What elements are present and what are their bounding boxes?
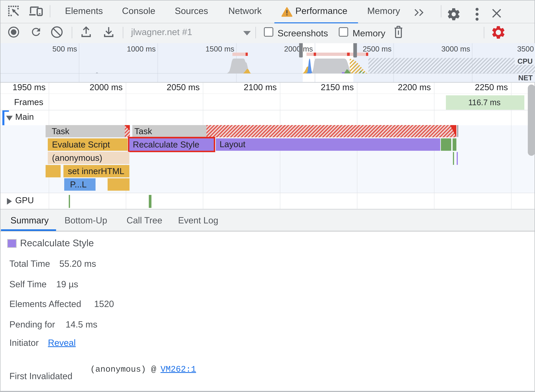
svg-text:500 ms: 500 ms	[52, 45, 77, 53]
svg-text:1000 ms: 1000 ms	[127, 45, 156, 53]
svg-text:3000 ms: 3000 ms	[441, 45, 470, 53]
svg-text:2000 ms: 2000 ms	[284, 45, 313, 53]
svg-text:3500: 3500	[517, 45, 534, 53]
svg-text:NET: NET	[518, 74, 533, 82]
svg-text:1500 ms: 1500 ms	[206, 45, 234, 53]
svg-text:2500 ms: 2500 ms	[363, 45, 392, 53]
svg-text:CPU: CPU	[517, 57, 533, 65]
